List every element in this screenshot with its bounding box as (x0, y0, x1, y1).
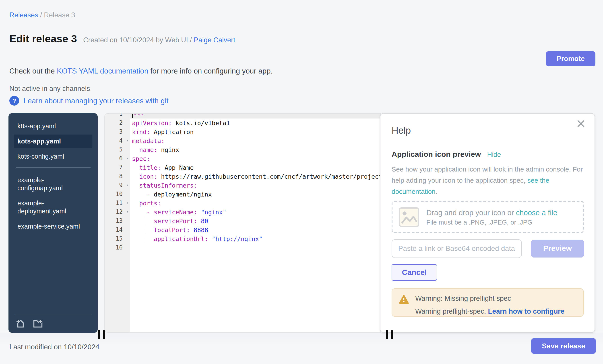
git-releases-link[interactable]: Learn about managing your releases with … (24, 97, 168, 105)
fold-caret-icon[interactable]: ▾ (126, 181, 128, 190)
line-content: icon: https://raw.githubusercontent.com/… (130, 172, 381, 181)
editor-line-14[interactable]: 14 localPort: 8888 (105, 225, 381, 234)
last-modified-text: Last modified on 10/10/2024 (9, 343, 99, 351)
line-number: 4▾ (105, 136, 130, 145)
line-content: applicationUrl: "http://nginx" (130, 234, 381, 243)
preview-button[interactable]: Preview (531, 240, 584, 257)
breadcrumb-releases-link[interactable]: Releases (9, 11, 38, 19)
learn-how-to-configure-link[interactable]: Learn how to configure (488, 308, 564, 315)
fold-caret-icon[interactable]: ▾ (126, 136, 128, 145)
kots-yaml-docs-link[interactable]: KOTS YAML documentation (57, 67, 148, 75)
line-content: ports: (130, 199, 381, 208)
yaml-editor[interactable]: 1---2apiVersion: kots.io/v1beta13kind: A… (104, 113, 381, 333)
help-question-icon: ? (9, 96, 19, 106)
line-number: 1 (105, 113, 130, 119)
docs-line: Check out the KOTS YAML documentation fo… (9, 67, 273, 75)
text-cursor (132, 113, 133, 118)
icon-preview-description: See how your application icon will look … (392, 164, 584, 197)
line-content: title: App Name (130, 163, 381, 172)
editor-line-11[interactable]: 11▾ ports: (105, 199, 381, 208)
warning-triangle-icon (399, 295, 409, 304)
editor-line-10[interactable]: 10 - deployment/nginx (105, 190, 381, 199)
line-number: 14 (105, 225, 130, 234)
line-content: spec: (130, 154, 381, 163)
drop-zone-text: Drag and drop your icon or choose a file (426, 208, 557, 217)
line-content: servicePort: 80 (130, 217, 381, 225)
editor-lines: 1---2apiVersion: kots.io/v1beta13kind: A… (105, 113, 381, 252)
editor-line-9[interactable]: 9▾ statusInformers: (105, 181, 381, 190)
warning-detail-prefix: Warning preflight-spec. (415, 308, 488, 315)
editor-line-6[interactable]: 6▾spec: (105, 154, 381, 163)
editor-line-13[interactable]: 13 servicePort: 80 (105, 217, 381, 225)
breadcrumb-current: Release 3 (44, 11, 75, 19)
editor-line-5[interactable]: 5 name: nginx (105, 145, 381, 154)
main-panels: k8s-app.yamlkots-app.yamlkots-config.yam… (0, 113, 603, 333)
created-info: Created on 10/10/2024 by Web UI / Paige … (83, 36, 235, 44)
fold-caret-icon[interactable]: ▾ (126, 199, 128, 208)
line-number: 5 (105, 145, 130, 154)
preflight-warning-box: Warning: Missing preflight spec Warning … (392, 288, 584, 317)
line-number: 6▾ (105, 154, 130, 163)
help-title: Help (392, 125, 411, 136)
file-item-k8s-app-yaml[interactable]: k8s-app.yaml (14, 119, 92, 133)
file-type-hint: File must be a .PNG, .JPEG, or .JPG (426, 219, 557, 226)
icon-drop-zone[interactable]: Drag and drop your icon or choose a file… (392, 201, 584, 233)
add-folder-icon[interactable] (33, 319, 43, 328)
line-content: name: nginx (130, 145, 381, 154)
file-sidebar: k8s-app.yamlkots-app.yamlkots-config.yam… (9, 113, 98, 333)
promote-button[interactable]: Promote (546, 51, 595, 66)
icon-url-input[interactable] (392, 239, 522, 258)
line-content: metadata: (130, 136, 381, 145)
line-number: 15 (105, 234, 130, 243)
add-file-icon[interactable] (16, 319, 25, 328)
file-item-example-service-yaml[interactable]: example-service.yaml (14, 220, 92, 233)
line-number: 8 (105, 172, 130, 181)
created-by-link[interactable]: Paige Calvert (194, 36, 235, 44)
save-release-button[interactable]: Save release (531, 338, 596, 354)
line-content: kind: Application (130, 127, 381, 136)
line-content: - deployment/nginx (130, 190, 381, 199)
line-number: 16 (105, 243, 130, 252)
editor-line-16[interactable]: 16 (105, 243, 381, 252)
editor-line-15[interactable]: 15 applicationUrl: "http://nginx" (105, 234, 381, 243)
file-item-kots-config-yaml[interactable]: kots-config.yaml (14, 150, 92, 163)
fold-caret-icon[interactable]: ▾ (126, 208, 128, 217)
choose-file-link[interactable]: choose a file (516, 208, 557, 216)
desc-suffix: . (436, 188, 437, 195)
line-content: localPort: 8888 (130, 225, 381, 234)
fold-caret-icon[interactable]: ▾ (126, 154, 128, 163)
editor-line-2[interactable]: 2apiVersion: kots.io/v1beta1 (105, 119, 381, 127)
sidebar-resize-handle[interactable] (98, 330, 105, 339)
image-placeholder-icon (399, 207, 419, 227)
editor-line-7[interactable]: 7 title: App Name (105, 163, 381, 172)
line-number: 7 (105, 163, 130, 172)
warning-title: Warning: Missing preflight spec (415, 295, 511, 302)
editor-line-8[interactable]: 8 icon: https://raw.githubusercontent.co… (105, 172, 381, 181)
line-number: 12▾ (105, 208, 130, 217)
file-item-example-configmap-yaml[interactable]: example-configmap.yaml (14, 173, 92, 195)
file-item-example-deployment-yaml[interactable]: example-deployment.yaml (14, 197, 92, 218)
line-content (130, 243, 381, 252)
cancel-button[interactable]: Cancel (392, 264, 437, 281)
file-item-kots-app-yaml[interactable]: kots-app.yaml (14, 134, 92, 148)
line-number: 10 (105, 190, 130, 199)
line-number: 9▾ (105, 181, 130, 190)
line-content: statusInformers: (130, 181, 381, 190)
help-resize-handle[interactable] (386, 330, 393, 339)
file-group-divider (16, 167, 91, 168)
sidebar-footer-divider (15, 314, 92, 314)
docs-line-prefix: Check out the (9, 67, 57, 75)
close-icon[interactable] (577, 120, 585, 127)
editor-line-3[interactable]: 3kind: Application (105, 127, 381, 136)
breadcrumb-separator: / (38, 11, 44, 19)
editor-line-4[interactable]: 4▾metadata: (105, 136, 381, 145)
file-list: k8s-app.yamlkots-app.yamlkots-config.yam… (14, 119, 92, 233)
warning-detail: Warning preflight-spec. Learn how to con… (415, 308, 564, 315)
editor-line-12[interactable]: 12▾ - serviceName: "nginx" (105, 208, 381, 217)
release-editor-page: Releases / Release 3 Edit release 3 Crea… (0, 0, 603, 364)
hide-link[interactable]: Hide (487, 151, 501, 158)
help-panel: Help Application icon preview Hide See h… (380, 113, 595, 333)
desc-prefix: See how your application icon will look … (392, 165, 583, 184)
line-content: - serviceName: "nginx" (130, 208, 381, 217)
editor-line-1[interactable]: 1--- (105, 113, 381, 119)
